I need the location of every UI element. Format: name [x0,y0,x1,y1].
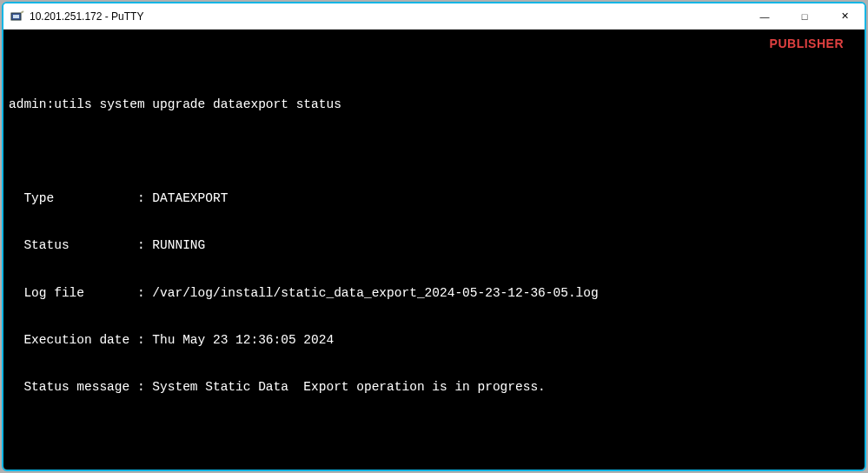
type-label: Type : [9,191,152,205]
close-button[interactable]: ✕ [825,3,865,29]
exec-value: Thu May 23 12:36:05 2024 [152,333,334,347]
msg-label: Status message : [9,380,152,394]
svg-rect-1 [13,15,19,18]
status-label: Status : [9,238,152,252]
exec-row: Execution date : Thu May 23 12:36:05 202… [9,332,859,348]
logfile-label: Log file : [9,286,152,300]
prompt: admin: [9,97,54,111]
minimize-button[interactable]: — [745,3,785,29]
command-text: utils system upgrade dataexport status [54,97,341,111]
window-title: 10.201.251.172 - PuTTY [30,10,745,23]
exec-label: Execution date : [9,333,152,347]
msg-row: Status message : System Static Data Expo… [9,379,859,395]
msg-value: System Static Data Export operation is i… [152,380,545,394]
terminal[interactable]: PUBLISHER admin:utils system upgrade dat… [3,30,865,470]
window-controls: — □ ✕ [745,3,865,29]
status-row: Status : RUNNING [9,237,859,253]
logfile-row: Log file : /var/log/install/static_data_… [9,285,859,301]
svg-line-2 [21,11,23,13]
blank-line [9,427,859,443]
putty-window: 10.201.251.172 - PuTTY — □ ✕ PUBLISHER a… [2,2,866,471]
command-line-1: admin:utils system upgrade dataexport st… [9,97,859,112]
titlebar[interactable]: 10.201.251.172 - PuTTY — □ ✕ [3,3,865,30]
type-value: DATAEXPORT [152,191,228,205]
maximize-button[interactable]: □ [785,3,825,29]
type-row: Type : DATAEXPORT [9,190,859,206]
logfile-value: /var/log/install/static_data_export_2024… [152,286,598,300]
blank-line [9,143,859,159]
publisher-badge: PUBLISHER [770,37,844,52]
status-value: RUNNING [152,238,205,252]
putty-icon [10,10,24,23]
